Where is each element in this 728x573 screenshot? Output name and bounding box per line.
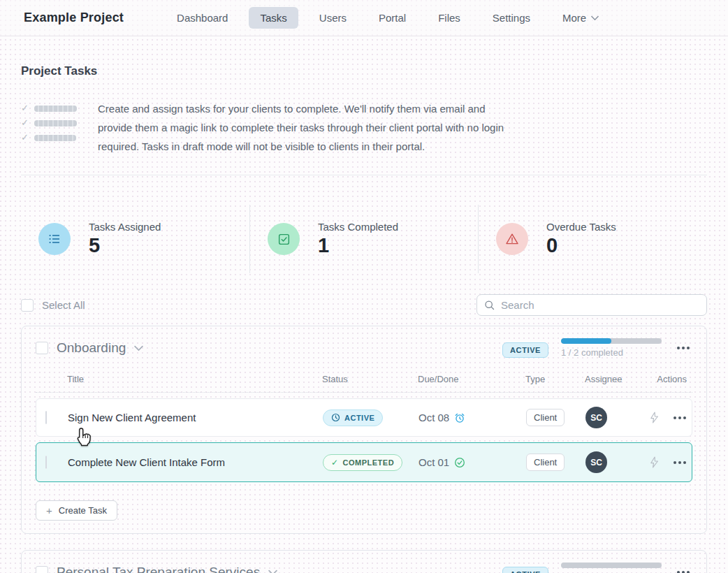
stat-tasks-completed: Tasks Completed 1 [249,205,478,273]
group-checkbox[interactable] [36,566,48,573]
column-title: Title [67,374,322,384]
column-type: Type [490,374,551,384]
progress-track [561,563,662,568]
clock-icon [331,413,340,422]
stat-overdue-tasks: Overdue Tasks 0 [478,205,706,273]
check-square-icon [268,223,300,255]
check-circle-icon [454,457,465,468]
project-title: Example Project [24,10,124,25]
search-box[interactable] [476,294,707,316]
group-name-label: Onboarding [57,340,126,356]
tab-more-label: More [562,12,586,24]
nav-tabs: Dashboard Tasks Users Portal Files Setti… [166,7,610,29]
progress-text: 1 / 2 completed [561,347,662,358]
page-description: Create and assign tasks for your clients… [98,99,510,156]
lightning-bolt-icon[interactable] [650,456,659,468]
stat-value: 1 [318,234,398,257]
lightning-bolt-icon[interactable] [650,412,659,423]
search-icon [484,300,495,310]
check-mark-icon: ✓ [331,458,339,467]
stat-tasks-assigned: Tasks Assigned 5 [21,205,249,273]
chevron-down-icon[interactable] [134,345,143,351]
task-row-complete-new-client-intake-form[interactable]: Complete New Client Intake Form ✓ COMPLE… [36,442,692,482]
column-status: Status [322,374,418,384]
tab-files[interactable]: Files [427,7,472,29]
column-due-done: Due/Done [418,374,490,384]
task-title[interactable]: Complete New Client Intake Form [68,456,323,468]
status-badge: ACTIVE [502,567,548,573]
task-group-onboarding: Onboarding ACTIVE 1 / 2 completed Title … [21,326,707,534]
task-checkbox[interactable] [45,411,47,424]
column-assignee: Assignee [551,374,635,384]
task-menu-button[interactable] [672,412,687,423]
check-mark-icon: ✓ [21,119,29,126]
due-date-label: Oct 08 [418,412,449,423]
status-badge: ACTIVE [502,342,548,358]
intro-section: ✓ ✓ ✓ Create and assign tasks for your c… [21,99,707,156]
progress-fill [561,338,611,344]
tab-tasks[interactable]: Tasks [249,7,298,29]
group-progress: 1 / 2 completed [561,338,662,358]
done-date-label: Oct 01 [418,456,449,468]
progress-track [561,338,662,344]
tab-users[interactable]: Users [308,7,358,29]
tab-portal[interactable]: Portal [367,7,417,29]
task-done-date: Oct 01 [418,456,491,468]
task-menu-button[interactable] [672,457,687,468]
group-title[interactable]: Onboarding [57,340,143,356]
stat-label: Overdue Tasks [546,221,616,233]
create-task-label: Create Task [59,505,107,516]
assignee-avatar[interactable]: SC [585,407,607,428]
chevron-down-icon[interactable] [268,570,277,573]
select-all[interactable]: Select All [21,299,85,312]
stat-value: 0 [546,234,616,257]
select-all-label: Select All [42,299,85,311]
alarm-clock-icon [454,412,465,423]
stat-label: Tasks Completed [318,221,398,233]
check-mark-icon: ✓ [21,105,29,112]
checklist-illustration-icon: ✓ ✓ ✓ [21,105,77,149]
task-status-label: ACTIVE [344,414,374,422]
stat-label: Tasks Assigned [89,221,161,233]
task-title[interactable]: Sign New Client Agreement [68,412,323,423]
tab-dashboard[interactable]: Dashboard [166,7,239,29]
task-status-label: COMPLETED [343,458,395,467]
group-title[interactable]: Personal Tax Preparation Services [57,565,277,573]
task-row-sign-new-client-agreement[interactable]: Sign New Client Agreement ACTIVE Oct 08 … [36,398,692,437]
create-task-button[interactable]: + Create Task [36,500,117,521]
task-checkbox[interactable] [45,456,47,469]
section-divider [21,175,707,175]
group-checkbox[interactable] [36,342,48,354]
list-icon [38,223,71,255]
table-header: Title Status Due/Done Type Assignee Acti… [36,367,692,393]
group-progress: 0 / 3 completed [561,563,662,573]
group-menu-button[interactable] [674,340,692,356]
tab-more[interactable]: More [551,7,610,29]
task-group-personal-tax: Personal Tax Preparation Services ACTIVE… [21,550,707,573]
stat-value: 5 [89,234,161,257]
assignee-avatar[interactable]: SC [585,451,607,473]
toolbar: Select All [21,294,707,316]
page-title: Project Tasks [21,64,707,78]
task-status-badge: ✓ COMPLETED [323,454,402,471]
group-name-label: Personal Tax Preparation Services [57,565,260,573]
search-input[interactable] [501,299,699,311]
mouse-cursor-hand [75,427,92,447]
task-status-badge: ACTIVE [323,409,383,426]
chevron-down-icon [591,15,599,21]
check-mark-icon: ✓ [21,134,29,141]
task-due-date: Oct 08 [418,412,491,423]
stats-row: Tasks Assigned 5 Tasks Completed 1 [21,205,707,273]
warning-triangle-icon [496,223,528,255]
select-all-checkbox[interactable] [21,299,34,312]
tab-settings[interactable]: Settings [481,7,541,29]
column-actions: Actions [635,374,692,384]
plus-icon: + [46,505,52,516]
top-nav: Example Project Dashboard Tasks Users Po… [0,0,728,36]
group-menu-button[interactable] [674,564,692,573]
